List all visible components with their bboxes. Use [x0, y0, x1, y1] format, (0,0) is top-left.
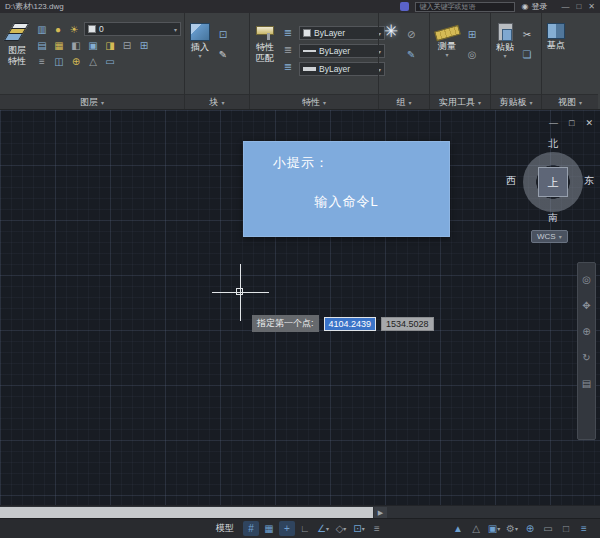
chevron-down-icon: ▾ [529, 99, 532, 106]
restore-icon[interactable]: □ [569, 118, 574, 128]
id-point-icon[interactable]: ◎ [465, 48, 479, 61]
grid-icon[interactable]: # [243, 521, 259, 536]
linetype-dropdown[interactable]: ByLayer ▾ [299, 44, 385, 58]
insert-block-button[interactable]: 插入 ▾ [188, 16, 212, 60]
autoscale-icon[interactable]: △ [468, 521, 484, 536]
block-panel-footer[interactable]: 块 ▾ [185, 94, 249, 109]
search-input[interactable]: 键入关键字或短语 [415, 2, 515, 12]
layer-isolate-icon[interactable]: ▤ [35, 39, 49, 52]
orbit-icon[interactable]: ↻ [580, 351, 594, 364]
viewcube-west[interactable]: 西 [506, 174, 516, 188]
layer-vpfreeze-icon[interactable]: ◫ [52, 55, 66, 68]
group-panel-footer[interactable]: 组 ▾ [379, 94, 429, 109]
chevron-down-icon: ▾ [503, 53, 506, 60]
layer-delete-icon[interactable]: △ [86, 55, 100, 68]
object-color-dropdown[interactable]: ByLayer ▾ [299, 26, 385, 40]
copy-clip-icon[interactable]: ❏ [520, 48, 534, 61]
scrollbar-thumb[interactable] [0, 507, 373, 518]
layer-match-icon[interactable]: ⊟ [120, 39, 134, 52]
layer-unisolate-icon[interactable]: ▦ [52, 39, 66, 52]
layer-tools-row: ▤▦◧▣◨⊟⊞ [35, 39, 181, 52]
annotation-visibility-icon[interactable]: ▲ [450, 521, 466, 536]
group-edit-icon[interactable]: ✎ [404, 48, 418, 61]
object-snap-icon[interactable]: ⊡▾ [351, 521, 367, 536]
base-point-button[interactable]: 基点 [545, 16, 567, 50]
lineweight-dropdown[interactable]: ByLayer ▾ [299, 62, 385, 76]
layer-lock-icon[interactable]: ▭ [103, 55, 117, 68]
y-coordinate-field[interactable]: 1534.5028 [381, 317, 434, 331]
layer-select-dropdown[interactable]: 0 ▾ [84, 22, 181, 36]
create-block-icon[interactable]: ⊡ [216, 28, 230, 41]
steering-wheel-icon[interactable]: ◎ [580, 273, 594, 286]
paste-button[interactable]: 粘贴 ▾ [494, 16, 516, 60]
sign-in-button[interactable]: ◉ 登录 [521, 1, 547, 12]
layers-icon [5, 23, 29, 44]
customize-icon[interactable]: ≡ [576, 521, 592, 536]
isometric-drafting-icon[interactable]: ◇▾ [333, 521, 349, 536]
drawing-canvas[interactable]: — □ ✕ 小提示： 输入命令L 上 北 南 西 东 WCS ▾ 指定第一个点:… [0, 110, 600, 518]
button-label: 图层 [8, 45, 26, 55]
layer-properties-button[interactable]: 图层 特性 [3, 16, 31, 67]
sign-in-label: 登录 [531, 1, 547, 12]
ortho-mode-icon[interactable]: ∟ [297, 521, 313, 536]
minimize-icon[interactable]: — [549, 118, 558, 128]
quick-calc-icon[interactable]: ⊞ [465, 28, 479, 41]
layer-off-icon[interactable]: ▣ [86, 39, 100, 52]
viewcube-south[interactable]: 南 [548, 211, 558, 225]
dynamic-input-icon[interactable]: + [279, 521, 295, 536]
make-current-icon[interactable]: ◨ [103, 39, 117, 52]
clean-screen-icon[interactable]: □ [558, 521, 574, 536]
model-tab[interactable]: 模型 [216, 522, 234, 535]
layer-on-icon[interactable]: ● [51, 23, 65, 36]
utilities-panel-footer[interactable]: 实用工具 ▾ [430, 94, 490, 109]
annotation-scale-icon[interactable]: ▣▾ [486, 521, 502, 536]
file-path: D:\素材\123.dwg [5, 1, 64, 12]
color-list-icon[interactable]: ≣ [281, 26, 295, 39]
close-icon[interactable]: ✕ [585, 118, 593, 128]
hint-title: 小提示： [273, 154, 435, 172]
measure-button[interactable]: 测量 ▾ [433, 16, 461, 59]
button-label: 插入 [191, 42, 209, 52]
ungroup-icon[interactable]: ⊘ [404, 28, 418, 41]
layer-walk-icon[interactable]: ≡ [35, 55, 49, 68]
layer-freeze-tool-icon[interactable]: ◧ [69, 39, 83, 52]
lineweight-list-icon[interactable]: ≣ [281, 60, 295, 73]
show-motion-icon[interactable]: ▤ [580, 377, 594, 390]
snap-mode-icon[interactable]: ▦ [261, 521, 277, 536]
layer-merge-icon[interactable]: ⊕ [69, 55, 83, 68]
view-panel-footer[interactable]: 视图 ▾ [542, 94, 598, 109]
viewcube-east[interactable]: 东 [584, 174, 594, 188]
a360-icon[interactable] [400, 2, 409, 11]
viewcube-top-face[interactable]: 上 [538, 167, 568, 197]
layer-freeze-icon[interactable]: ☀ [67, 23, 81, 36]
button-label: 匹配 [256, 53, 274, 63]
scroll-right-icon[interactable]: ▶ [374, 507, 387, 518]
clipboard-panel-footer[interactable]: 剪贴板 ▾ [491, 94, 541, 109]
edit-block-icon[interactable]: ✎ [216, 48, 230, 61]
horizontal-scrollbar[interactable]: ▶ [0, 505, 600, 518]
properties-panel-footer[interactable]: 特性 ▾ [250, 94, 378, 109]
annotation-monitor-icon[interactable]: ⊕ [522, 521, 538, 536]
workspace-switching-icon[interactable]: ⚙▾ [504, 521, 520, 536]
wcs-dropdown[interactable]: WCS ▾ [531, 230, 568, 243]
lineweight-icon[interactable]: ≡ [369, 521, 385, 536]
pan-icon[interactable]: ✥ [580, 299, 594, 312]
viewcube-north[interactable]: 北 [548, 137, 558, 151]
panel-footer-label: 块 [209, 96, 218, 109]
unsaved-layer-state-icon[interactable]: ▥ [35, 23, 49, 36]
restore-icon[interactable]: □ [576, 2, 581, 11]
linetype-list-icon[interactable]: ≣ [281, 43, 295, 56]
autocad-window: D:\素材\123.dwg 键入关键字或短语 ◉ 登录 — □ ✕ 图层 特性 [0, 0, 600, 538]
chevron-down-icon: ▾ [198, 53, 201, 60]
close-icon[interactable]: ✕ [588, 2, 595, 11]
match-properties-button[interactable]: 特性 匹配 [253, 16, 277, 64]
group-button[interactable]: ✳ [382, 16, 400, 41]
polar-tracking-icon[interactable]: ∠▾ [315, 521, 331, 536]
cut-icon[interactable]: ✂ [520, 28, 534, 41]
layers-panel-footer[interactable]: 图层 ▾ [0, 94, 184, 109]
quick-properties-icon[interactable]: ▭ [540, 521, 556, 536]
minimize-icon[interactable]: — [561, 2, 569, 11]
zoom-extents-icon[interactable]: ⊕ [580, 325, 594, 338]
layer-previous-icon[interactable]: ⊞ [137, 39, 151, 52]
x-coordinate-field[interactable]: 4104.2439 [324, 317, 377, 331]
